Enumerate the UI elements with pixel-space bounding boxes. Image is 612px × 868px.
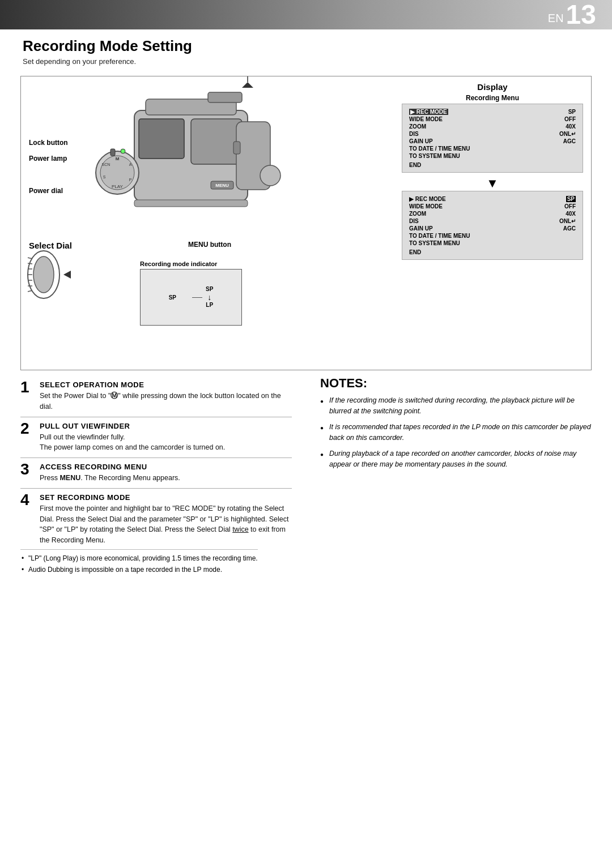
step-1-body: Set the Power Dial to "Ⓜ" while pressing… bbox=[40, 391, 292, 412]
menu-row: TO SYSTEM MENU bbox=[409, 152, 576, 160]
menu-cell-label: ZOOM bbox=[409, 123, 526, 130]
rec-sp-left: SP bbox=[169, 294, 176, 301]
notes-title: NOTES: bbox=[320, 376, 592, 391]
rec-indicator-right: SP ↓ LP bbox=[206, 285, 213, 309]
svg-text:P: P bbox=[129, 178, 132, 182]
menu-cell-value: AGC bbox=[526, 138, 576, 145]
select-dial-label: Select Dial bbox=[29, 241, 72, 250]
recording-menu-label: Recording Menu bbox=[402, 94, 583, 102]
svg-rect-4 bbox=[208, 92, 242, 102]
step-2: 2 PULL OUT VIEWFINDER Pull out the viewf… bbox=[20, 417, 292, 459]
svg-line-26 bbox=[28, 263, 32, 264]
menu-row: ZOOM 40X bbox=[409, 210, 576, 217]
menu-cell-label: GAIN UP bbox=[409, 138, 526, 145]
page-number: 13 bbox=[566, 1, 596, 28]
svg-text:M: M bbox=[116, 156, 120, 161]
svg-marker-32 bbox=[63, 271, 71, 279]
menu-end-2: END bbox=[409, 249, 576, 255]
svg-text:PLAY: PLAY bbox=[112, 184, 124, 189]
menu-cell-label: TO SYSTEM MENU bbox=[409, 240, 576, 247]
menu-cell-value: ONL↵ bbox=[524, 217, 576, 225]
rec-mode-indicator-label: Recording mode indicator bbox=[140, 260, 217, 267]
svg-rect-20 bbox=[134, 200, 248, 207]
note-1: If the recording mode is switched during… bbox=[320, 395, 592, 417]
svg-text:MENU: MENU bbox=[215, 183, 229, 188]
menu-end-1: END bbox=[409, 162, 576, 168]
menu-cell-value: 40X bbox=[524, 210, 576, 217]
svg-marker-5 bbox=[242, 82, 253, 88]
svg-rect-15 bbox=[110, 149, 115, 156]
svg-text:S: S bbox=[103, 175, 106, 179]
menu-cell-label: ▶ REC MODE bbox=[409, 108, 526, 116]
menu-row: WIDE MODE OFF bbox=[409, 116, 576, 123]
steps-right: NOTES: If the recording mode is switched… bbox=[314, 376, 592, 580]
svg-rect-2 bbox=[139, 119, 184, 159]
highlighted-rec-mode: ▶ REC MODE bbox=[409, 109, 448, 115]
step-4-title: SET RECORDING MODE bbox=[40, 493, 292, 502]
svg-point-19 bbox=[260, 165, 280, 186]
rec-lp: LP bbox=[206, 301, 213, 309]
menu-table-2: ▶ REC MODE SP WIDE MODE OFF ZOOM 40X DIS… bbox=[409, 195, 576, 247]
menu-cell-value: AGC bbox=[524, 225, 576, 232]
svg-text:A: A bbox=[129, 163, 132, 166]
step-4-number: 4 bbox=[20, 492, 36, 508]
menu-cell-label: GAIN UP bbox=[409, 225, 524, 232]
menu-cell-value: ONL↵ bbox=[526, 130, 576, 138]
menu-row: WIDE MODE OFF bbox=[409, 203, 576, 210]
step-3-number: 3 bbox=[20, 461, 36, 477]
step-1: 1 SELECT OPERATION MODE Set the Power Di… bbox=[20, 376, 292, 417]
step-4-inner: 4 SET RECORDING MODE First move the poin… bbox=[20, 493, 292, 546]
menu-box-1: ▶ REC MODE SP WIDE MODE OFF ZOOM 40X DIS… bbox=[402, 104, 583, 173]
menu-cell-label: ZOOM bbox=[409, 210, 524, 217]
menu-row: TO DATE / TIME MENU bbox=[409, 232, 576, 240]
lock-button-label: Lock button bbox=[29, 139, 68, 147]
menu-table-1: ▶ REC MODE SP WIDE MODE OFF ZOOM 40X DIS… bbox=[409, 108, 576, 160]
power-dial-label: Power dial bbox=[29, 187, 63, 195]
arrow-between-menus: ▼ bbox=[402, 177, 583, 190]
display-label: Display bbox=[402, 82, 583, 92]
menu-row: DIS ONL↵ bbox=[409, 217, 576, 225]
en-label: EN bbox=[548, 12, 564, 29]
step-2-title: PULL OUT VIEWFINDER bbox=[40, 422, 292, 430]
menu-row: DIS ONL↵ bbox=[409, 130, 576, 138]
menu-cell-label: TO SYSTEM MENU bbox=[409, 152, 576, 160]
step-4-bullet-2: Audio Dubbing is impossible on a tape re… bbox=[20, 565, 258, 575]
step-2-number: 2 bbox=[20, 421, 36, 437]
display-area: Display Recording Menu ▶ REC MODE SP WID… bbox=[402, 82, 583, 264]
step-1-number: 1 bbox=[20, 379, 36, 395]
rec-arrow-down: ↓ bbox=[207, 293, 211, 301]
svg-point-16 bbox=[121, 149, 125, 153]
notes-list: If the recording mode is switched during… bbox=[320, 395, 592, 470]
menu-cell-label: ▶ REC MODE bbox=[409, 195, 524, 203]
menu-cell-value: 40X bbox=[526, 123, 576, 130]
menu-cell-value: OFF bbox=[526, 116, 576, 123]
step-3: 3 ACCESS RECORDING MENU Press MENU. The … bbox=[20, 458, 292, 489]
diagram-box: M A P PLAY S SCN MENU Lock button Power … bbox=[20, 76, 592, 370]
step-2-content: PULL OUT VIEWFINDER Pull out the viewfin… bbox=[40, 422, 292, 454]
step-4-bullet-1: "LP" (Long Play) is more economical, pro… bbox=[20, 553, 258, 563]
svg-text:SCN: SCN bbox=[102, 163, 110, 166]
header-bar: EN 13 bbox=[0, 0, 612, 29]
steps-notes-section: 1 SELECT OPERATION MODE Set the Power Di… bbox=[0, 376, 612, 580]
rec-sp-right: SP bbox=[206, 285, 213, 293]
menu-cell-value: SP bbox=[526, 108, 576, 116]
steps-left: 1 SELECT OPERATION MODE Set the Power Di… bbox=[20, 376, 298, 580]
diagram-inner: M A P PLAY S SCN MENU Lock button Power … bbox=[21, 76, 591, 370]
step-1-content: SELECT OPERATION MODE Set the Power Dial… bbox=[40, 380, 292, 412]
power-lamp-label: Power lamp bbox=[29, 155, 67, 163]
step-2-body: Pull out the viewfinder fully.The power … bbox=[40, 432, 292, 454]
page-title-area: Recording Mode Setting Set depending on … bbox=[0, 29, 612, 68]
highlighted-sp: SP bbox=[566, 196, 576, 202]
menu-row: GAIN UP AGC bbox=[409, 225, 576, 232]
page-subtitle: Set depending on your preference. bbox=[23, 57, 589, 66]
menu-cell-label: WIDE MODE bbox=[409, 203, 524, 210]
step-3-body: Press MENU. The Recording Menu appears. bbox=[40, 473, 292, 484]
svg-line-31 bbox=[28, 290, 32, 292]
note-3: During playback of a tape recorded on an… bbox=[320, 448, 592, 471]
step-4-bullets: "LP" (Long Play) is more economical, pro… bbox=[20, 549, 258, 576]
menu-row: GAIN UP AGC bbox=[409, 138, 576, 145]
step-3-title: ACCESS RECORDING MENU bbox=[40, 463, 292, 471]
menu-cell-label: DIS bbox=[409, 130, 526, 138]
rec-indicator-content: SP —— SP ↓ LP bbox=[169, 285, 214, 309]
menu-cell-label: TO DATE / TIME MENU bbox=[409, 145, 576, 152]
